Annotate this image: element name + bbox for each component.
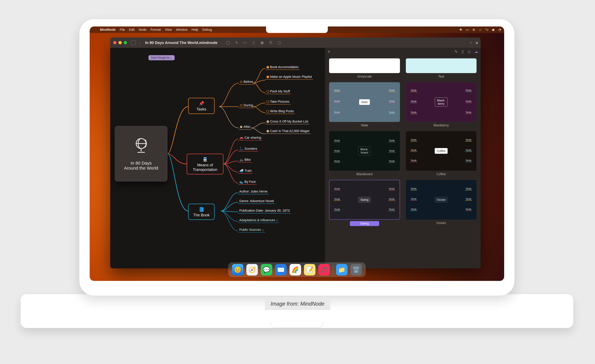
leaf-scooters[interactable]: 🛴Scooters — [238, 146, 258, 151]
laptop-screen: MindNode File Edit Node Format View Wind… — [90, 27, 504, 281]
theme-ocean[interactable]: Ocean Node Node Node Node Node Node — [406, 180, 477, 226]
theme-blackberry[interactable]: Black-berry Node Node Node Node Node Nod… — [406, 82, 477, 127]
leaf-pictures[interactable]: Take Pictures — [265, 99, 290, 104]
leaf-bike[interactable]: 🚲Bike — [238, 157, 252, 163]
sub-after[interactable]: After — [239, 124, 251, 129]
theme-ocean-label: Ocean — [406, 221, 477, 225]
theme-coffee-preview: Coffee Node Node Node Node Node Node — [406, 131, 477, 171]
node-book-label: The Book — [193, 213, 209, 217]
node-means[interactable]: 🚆 Means of Transportation — [187, 154, 223, 174]
leaf-blog[interactable]: Write Blog Posts — [265, 109, 295, 114]
menubar-item-view[interactable]: View — [165, 28, 172, 32]
leaf-carsharing[interactable]: 🚗Car sharing — [238, 135, 262, 140]
sidebar-toolbar: + ✎ ▯ ◇ ☁ — [325, 48, 481, 56]
theme-blackboard-label: Blackboard — [329, 172, 400, 176]
status-wifi-icon[interactable]: ⊚ — [472, 28, 475, 31]
menubar-item-format[interactable]: Format — [150, 28, 161, 32]
toolbar-record-icon[interactable]: ◯ — [226, 41, 230, 45]
theme-greyscale[interactable]: Greyscale — [329, 58, 400, 79]
toolbar-outline-icon[interactable]: ☰ — [269, 41, 273, 45]
sub-before-label: Before — [244, 80, 253, 84]
sub-during[interactable]: During — [239, 103, 254, 108]
app-window: ⌄ In 80 Days Around The World.mindnode ◯… — [110, 37, 481, 268]
leaf-adaptations[interactable]: Adaptations & Influences › — [238, 218, 279, 223]
menubar-item-node[interactable]: Node — [139, 28, 147, 32]
node-book[interactable]: 📘 The Book — [188, 204, 215, 220]
toolbar-images-icon[interactable]: ▣ — [260, 41, 264, 45]
theme-coffee[interactable]: Coffee Node Node Node Node Node Node — [406, 131, 477, 176]
styles-note-icon[interactable]: ▯ — [462, 50, 464, 54]
theme-slate-label: Slate — [329, 123, 400, 127]
share-icon[interactable]: ⇪ — [470, 41, 472, 44]
sidebar-toggle-icon[interactable] — [131, 41, 136, 45]
menubar-app-name[interactable]: MindNode — [100, 28, 115, 32]
themes-grid[interactable]: Greyscale Teal Slate Node Node — [325, 56, 481, 229]
window-titlebar[interactable]: ⌄ In 80 Days Around The World.mindnode ◯… — [110, 37, 481, 48]
theme-coffee-label: Coffee — [406, 172, 477, 176]
leaf-playlist[interactable]: Make an Apple Music Playlist — [265, 74, 313, 79]
mindmap-canvas[interactable]: Don't forget to... — [110, 48, 325, 268]
leaf-author[interactable]: Author: Jules Verne — [238, 189, 269, 194]
status-spotlight-icon[interactable]: ⌕ — [479, 28, 482, 31]
fullscreen-button[interactable] — [124, 41, 127, 44]
menubar-item-debug[interactable]: Debug — [202, 28, 212, 32]
status-clock-icon[interactable]: ◔ — [498, 28, 501, 31]
trackpad-notch — [270, 322, 323, 328]
leaf-pack[interactable]: Pack My Stuff — [265, 89, 291, 94]
toolbar-connection-icon[interactable]: ↯ — [234, 41, 239, 45]
dock-separator — [333, 265, 333, 274]
central-node[interactable]: In 80 Days Around the World — [115, 126, 168, 182]
menubar-item-file[interactable]: File — [120, 28, 125, 32]
node-tasks[interactable]: 📌 Tasks — [188, 98, 215, 114]
status-controlcenter-icon[interactable]: ⌥ — [485, 28, 488, 31]
node-means-l2: Transportation — [191, 167, 219, 172]
dock-app-messages[interactable]: 💬 — [261, 264, 272, 275]
leaf-pubdate[interactable]: Publication Date: January 30, 1873 — [238, 208, 291, 213]
status-leaf-icon[interactable]: ❖ — [459, 28, 462, 31]
minimize-button[interactable] — [119, 41, 122, 44]
titlebar-chevron-icon[interactable]: ⌄ — [138, 41, 141, 44]
theme-swing[interactable]: Swing Node Node Node Node Node Node — [329, 180, 400, 226]
leaf-foot[interactable]: 👟By Foot — [238, 179, 257, 185]
leaf-wager[interactable]: Cash In That £2,000 Wager — [265, 128, 311, 134]
apple-menu-icon[interactable] — [92, 28, 96, 31]
status-siri-icon[interactable]: ◉ — [491, 28, 495, 31]
theme-slate[interactable]: Slate Node Node Node Node Node Node — [329, 82, 400, 127]
leaf-crossoff[interactable]: Cross It Off My Bucket List — [265, 119, 309, 124]
dock-trash[interactable]: 🗑️ — [350, 264, 362, 275]
traffic-lights — [113, 41, 127, 44]
close-button[interactable] — [113, 41, 116, 44]
styles-theme-icon[interactable]: ☁ — [475, 50, 478, 54]
status-battery-icon[interactable]: ▭ — [466, 28, 469, 31]
styles-pencil-icon[interactable]: ✎ — [455, 50, 458, 54]
dock-app-mindnode[interactable]: 🌈 — [290, 264, 301, 275]
dock-app-music[interactable]: 🎵 — [318, 264, 330, 275]
toolbar-focus-icon[interactable]: ▢ — [277, 41, 281, 45]
styles-tag-icon[interactable]: ◇ — [468, 50, 470, 54]
menubar-item-help[interactable]: Help — [192, 28, 198, 32]
menubar-item-edit[interactable]: Edit — [129, 28, 135, 32]
leaf-sources[interactable]: Public Sources › — [238, 227, 265, 233]
theme-teal[interactable]: Teal — [406, 58, 477, 79]
leaf-book-accom[interactable]: Book Accomodation — [265, 64, 300, 70]
dock-downloads-folder[interactable]: 📁 — [336, 264, 347, 275]
dock-app-safari[interactable]: 🧭 — [246, 264, 258, 275]
theme-blackboard[interactable]: Black-board Node Node Node Node Node Nod… — [329, 131, 400, 176]
dock-app-finder[interactable]: 😊 — [232, 264, 243, 275]
toolbar-undo-icon[interactable]: <○ — [243, 41, 247, 45]
transport-icon: 🚆 — [191, 157, 219, 162]
toolbar-note-icon[interactable]: ▯ — [252, 41, 256, 45]
dock-app-notes[interactable]: 📝 — [304, 264, 315, 275]
themes-sidebar: + ✎ ▯ ◇ ☁ Greyscale — [325, 48, 481, 268]
sub-before[interactable]: Before — [239, 79, 254, 85]
add-theme-icon[interactable]: + — [328, 49, 330, 54]
sticky-note[interactable]: Don't forget to... — [149, 55, 175, 60]
theme-teal-preview — [406, 58, 477, 73]
inspector-toggle-icon[interactable]: ◨ — [475, 41, 478, 44]
leaf-genre[interactable]: Genre: Adventure Novel — [238, 199, 275, 204]
node-means-l1: Means of — [191, 163, 219, 167]
leaf-train[interactable]: 🚄Train — [238, 168, 253, 173]
menubar-item-window[interactable]: Window — [176, 28, 187, 32]
image-caption: Image from: MindNode — [265, 298, 330, 310]
dock-app-mail[interactable]: ✉️ — [275, 264, 287, 275]
